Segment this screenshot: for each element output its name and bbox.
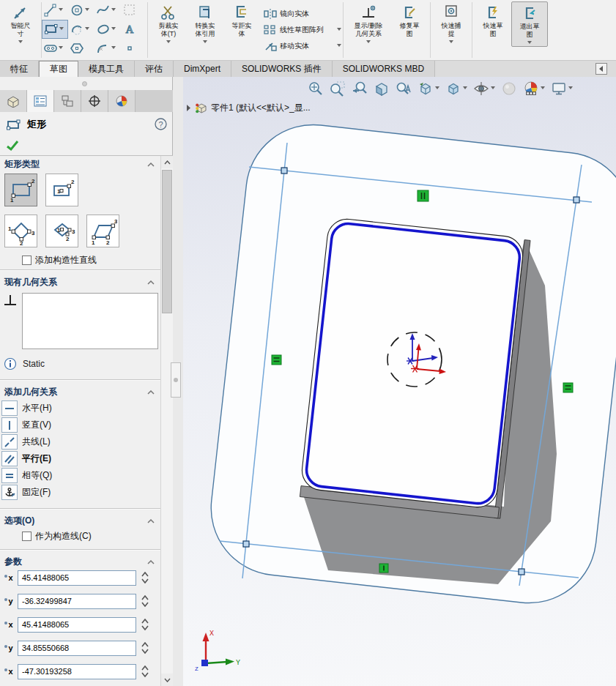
section-add-relations[interactable]: 添加几何关系: [0, 384, 160, 400]
zoom-to-fit-icon[interactable]: [306, 79, 325, 98]
equal-constraint-badge[interactable]: [563, 383, 573, 392]
chevron-down-icon[interactable]: [111, 8, 116, 13]
view-orientation-icon[interactable]: [416, 79, 441, 98]
view-settings-icon[interactable]: [549, 79, 574, 98]
corner-handle[interactable]: [243, 541, 249, 547]
tab-sketch[interactable]: 草图: [39, 61, 78, 77]
equal-constraint-badge[interactable]: [272, 355, 281, 365]
collapse-icon[interactable]: [147, 163, 155, 167]
previous-view-icon[interactable]: [350, 79, 369, 98]
tab-sw-addins[interactable]: SOLIDWORKS 插件: [231, 61, 333, 77]
sketch-plane-tool[interactable]: [121, 1, 147, 20]
tab-property-manager[interactable]: [27, 90, 54, 112]
panel-splitter[interactable]: [173, 77, 183, 686]
chevron-down-icon[interactable]: [491, 86, 495, 92]
corner-handle[interactable]: [574, 197, 579, 203]
ellipse-tool[interactable]: [94, 20, 121, 39]
parallelogram-button[interactable]: 123: [86, 215, 119, 247]
tab-sw-mbd[interactable]: SOLIDWORKS MBD: [333, 61, 435, 77]
tab-configuration-manager[interactable]: [54, 90, 81, 112]
chevron-down-icon[interactable]: [568, 86, 573, 92]
flyout-feature-tree[interactable]: 零件1 (默认<<默认>_显...: [186, 102, 311, 114]
arc-tool[interactable]: [68, 20, 94, 39]
collapse-icon[interactable]: [147, 390, 155, 395]
scroll-up-button[interactable]: [161, 156, 173, 168]
corner-handle[interactable]: [281, 168, 287, 174]
scroll-down-button[interactable]: [161, 674, 173, 686]
spinner-control[interactable]: [139, 663, 151, 679]
fillet-tool[interactable]: [94, 39, 121, 58]
chevron-down-icon[interactable]: [337, 28, 341, 33]
chevron-down-icon[interactable]: [435, 86, 439, 92]
spinner-control[interactable]: [139, 640, 151, 656]
chevron-down-icon[interactable]: [203, 40, 207, 45]
slot-tool[interactable]: [42, 39, 68, 58]
center-rectangle-button[interactable]: 12: [45, 174, 78, 206]
vertical-constraint-badge[interactable]: [379, 564, 388, 573]
chevron-down-icon[interactable]: [111, 27, 116, 32]
chevron-down-icon[interactable]: [111, 46, 116, 51]
section-existing-relations[interactable]: 现有几何关系: [0, 274, 160, 290]
relation-parallel[interactable]: 平行(E): [0, 450, 160, 467]
chevron-down-icon[interactable]: [85, 27, 89, 32]
tab-evaluate[interactable]: 评估: [135, 61, 174, 77]
rectangle-tool-active[interactable]: [42, 20, 68, 39]
zoom-to-area-icon[interactable]: [328, 79, 347, 98]
chevron-down-icon[interactable]: [449, 40, 453, 45]
corner-handle[interactable]: [519, 569, 524, 575]
rapid-sketch-button[interactable]: 快速草 图: [475, 1, 511, 38]
quick-snaps-button[interactable]: 快速捕 捉: [433, 1, 470, 45]
tab-features[interactable]: 特征: [0, 61, 39, 77]
chevron-down-icon[interactable]: [59, 46, 63, 51]
chevron-down-icon[interactable]: [59, 27, 64, 32]
section-view-icon[interactable]: [372, 79, 391, 98]
chevron-down-icon[interactable]: [366, 40, 371, 45]
existing-relations-list[interactable]: [22, 293, 158, 349]
boss-top-face[interactable]: [300, 217, 525, 510]
tab-feature-tree[interactable]: [0, 90, 27, 112]
display-style-icon[interactable]: [444, 79, 469, 98]
collapse-panel-button[interactable]: [595, 63, 607, 75]
scrollbar-thumb[interactable]: [162, 170, 172, 313]
panel-grip-dot[interactable]: [82, 81, 87, 86]
chevron-down-icon[interactable]: [527, 41, 532, 46]
three-point-center-rectangle-button[interactable]: 123: [45, 215, 78, 247]
tab-dimxpert[interactable]: DimXpert: [174, 61, 231, 77]
section-options[interactable]: 选项(O): [0, 512, 160, 529]
polygon-tool[interactable]: [68, 39, 94, 58]
repair-sketch-button[interactable]: 修复草 图: [391, 1, 428, 38]
collapse-icon[interactable]: [147, 519, 155, 523]
offset-entities-button[interactable]: 等距实 体: [223, 1, 260, 38]
x1-coordinate-field[interactable]: 45.41488065: [18, 570, 136, 586]
chevron-down-icon[interactable]: [85, 8, 89, 13]
line-tool[interactable]: [42, 1, 68, 20]
panel-scrollbar[interactable]: [160, 156, 173, 686]
annotation-view-icon[interactable]: [394, 79, 413, 98]
hide-show-items-icon[interactable]: [472, 79, 497, 98]
circle-tool[interactable]: [68, 1, 94, 20]
y1-coordinate-field[interactable]: -36.32499847: [18, 594, 136, 609]
chevron-down-icon[interactable]: [463, 86, 467, 92]
collapse-icon[interactable]: [147, 560, 155, 564]
convert-entities-button[interactable]: 转换实 体引用: [187, 1, 223, 45]
move-entities-button[interactable]: 移动实体: [264, 39, 341, 53]
trim-entities-button[interactable]: 剪裁实 体(T): [150, 1, 187, 45]
expand-arrow-icon[interactable]: [186, 105, 191, 111]
chevron-down-icon[interactable]: [166, 40, 171, 45]
splitter-handle[interactable]: [171, 362, 181, 398]
tab-dimxpert-manager[interactable]: [81, 90, 108, 112]
apply-scene-icon[interactable]: [522, 79, 546, 98]
relation-collinear[interactable]: 共线(L): [0, 433, 160, 450]
point-tool[interactable]: [121, 39, 147, 58]
spline-tool[interactable]: [94, 1, 121, 20]
relation-vertical[interactable]: 竖直(V): [0, 417, 160, 433]
parallel-constraint-badge[interactable]: [418, 190, 428, 201]
corner-rectangle-button[interactable]: 12: [4, 174, 37, 206]
as-construction-checkbox[interactable]: [22, 532, 31, 541]
spinner-control[interactable]: [139, 570, 151, 586]
chevron-down-icon[interactable]: [59, 8, 63, 13]
graphics-viewport[interactable]: X Y Z 零件1 (默认<<默认>_显.: [183, 77, 616, 686]
relation-horizontal[interactable]: 水平(H): [0, 400, 160, 417]
three-point-corner-rectangle-button[interactable]: 123: [4, 215, 37, 247]
collapse-icon[interactable]: [147, 280, 155, 285]
